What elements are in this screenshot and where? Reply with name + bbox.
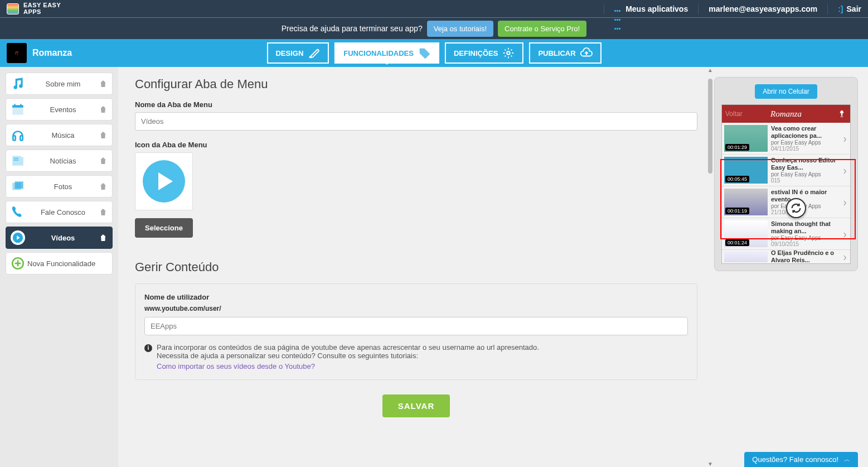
plus-circle-icon <box>11 256 25 271</box>
svg-rect-10 <box>15 181 23 189</box>
chevron-right-icon: › <box>843 196 848 209</box>
sidebar-item-musica[interactable]: Música <box>6 124 113 146</box>
video-title: Conheça nosso Editor Easy Eas... <box>771 157 840 171</box>
video-row[interactable]: 00:01:29 Vea como crear aplicaciones pa.… <box>722 123 850 155</box>
info-icon: i <box>144 344 152 352</box>
newspaper-icon <box>11 153 25 168</box>
phone-back-button[interactable]: Voltar <box>725 110 743 118</box>
phone-icon <box>11 205 25 219</box>
tab-name-input[interactable] <box>135 112 697 131</box>
trash-icon[interactable] <box>99 156 108 165</box>
youtube-import-link[interactable]: Como importar os seus vídeos desde o You… <box>157 362 315 370</box>
video-row[interactable]: 00:05:45 Conheça nosso Editor Easy Eas..… <box>722 155 850 186</box>
info-text-2: Necessita de ajuda a personalizar seu co… <box>157 352 539 360</box>
content-area: Configurar Aba de Menu Nome da Aba de Me… <box>118 67 714 467</box>
open-mobile-button[interactable]: Abrir no Celular <box>755 84 817 99</box>
video-title: O Eljas Prudêncio e o Alvaro Reis... <box>771 250 840 263</box>
video-duration: 00:01:24 <box>725 239 749 246</box>
chevron-right-icon: › <box>843 251 848 263</box>
user-email[interactable]: marlene@easyeasyapps.com <box>709 4 817 13</box>
sidebar-item-label: Fale Conosco <box>27 208 99 216</box>
save-button[interactable]: SALVAR <box>382 394 450 417</box>
youtube-url-prefix: www.youtube.com/user/ <box>144 305 688 312</box>
trash-icon[interactable] <box>99 131 108 139</box>
video-duration: 00:01:29 <box>725 144 749 151</box>
svg-rect-6 <box>21 157 23 166</box>
sidebar-new-button[interactable]: Nova Funcionalidade <box>6 252 113 275</box>
sidebar-item-eventos[interactable]: Eventos <box>6 98 113 121</box>
calendar-icon <box>11 102 25 117</box>
scrollbar-thumb[interactable] <box>708 79 712 174</box>
hire-pro-button[interactable]: Contrate o Serviço Pro! <box>498 21 586 37</box>
video-thumbnail: 00:01:19 <box>724 189 768 215</box>
tutorials-button[interactable]: Veja os tutoriais! <box>427 21 493 37</box>
help-bar: Precisa de ajuda para terminar seu app? … <box>0 18 868 39</box>
trash-icon[interactable] <box>99 233 108 242</box>
trash-icon[interactable] <box>99 79 108 88</box>
sidebar-new-label: Nova Funcionalidade <box>27 259 108 268</box>
tags-icon <box>418 47 430 59</box>
cloud-upload-icon <box>580 47 593 59</box>
refresh-icon <box>790 202 802 214</box>
svg-rect-2 <box>12 105 23 107</box>
video-row[interactable]: O Eljas Prudêncio e o Alvaro Reis... › <box>722 250 850 263</box>
video-row[interactable]: 00:01:19 estival IN é o maior evento... … <box>722 186 850 218</box>
my-apps-label: Meus aplicativos <box>625 4 688 13</box>
app-name: Romanza <box>32 48 72 58</box>
youtube-user-input[interactable] <box>144 317 688 335</box>
app-icon[interactable]: R <box>7 43 27 63</box>
video-author: por Easy Easy Apps <box>771 235 840 241</box>
logo-icon <box>7 3 19 15</box>
chevron-right-icon: › <box>843 228 848 240</box>
music-note-icon <box>11 76 25 91</box>
logout-link[interactable]: :] Sair <box>838 4 861 13</box>
trash-icon[interactable] <box>99 105 108 114</box>
headphones-icon <box>11 128 25 142</box>
tab-definicoes[interactable]: DEFINIÇÕES <box>445 42 523 64</box>
sidebar-item-videos[interactable]: Vídeos <box>6 227 113 249</box>
svg-point-0 <box>507 51 511 55</box>
sidebar-item-label: Fotos <box>27 182 99 191</box>
tab-publicar[interactable]: PUBLICAR <box>529 42 601 64</box>
select-icon-button[interactable]: Seleccione <box>135 218 193 238</box>
brand-line2: APPS <box>23 9 61 16</box>
phone-header: Voltar Romanza <box>722 105 850 123</box>
chevron-right-icon: › <box>843 132 848 145</box>
trash-icon[interactable] <box>99 208 108 216</box>
gear-icon <box>502 47 515 59</box>
video-author: por Easy Easy Apps <box>771 139 840 146</box>
sidebar-item-fotos[interactable]: Fotos <box>6 175 113 198</box>
sidebar-item-label: Sobre mim <box>27 80 99 88</box>
logout-label: Sair <box>847 4 861 13</box>
video-row[interactable]: 00:01:24 Simona thought that making an..… <box>722 218 850 250</box>
video-title: estival IN é o maior evento... <box>771 189 840 203</box>
chevron-right-icon: › <box>843 164 848 177</box>
tab-design[interactable]: DESIGN <box>266 42 329 64</box>
help-text: Precisa de ajuda para terminar seu app? <box>282 24 423 33</box>
video-duration: 00:01:19 <box>725 208 749 214</box>
refresh-button[interactable] <box>786 198 806 218</box>
chat-label: Questões? Fale connosco! <box>752 455 838 464</box>
lamp-icon <box>838 110 846 118</box>
chat-widget[interactable]: Questões? Fale connosco! ︿ <box>744 452 858 467</box>
icon-label: Icon da Aba de Menu <box>135 141 697 149</box>
video-duration: 00:05:45 <box>725 176 749 182</box>
play-circle-icon <box>11 230 25 245</box>
sidebar-item-noticias[interactable]: Notícias <box>6 150 113 172</box>
phone-preview-panel: Abrir no Celular Voltar Romanza 00:01:29… <box>714 77 858 271</box>
trash-icon[interactable] <box>99 182 108 191</box>
video-thumbnail: 00:01:29 <box>724 125 768 152</box>
phone-brand: Romanza <box>770 109 802 119</box>
sidebar-item-sobre-mim[interactable]: Sobre mim <box>6 73 113 95</box>
scrollbar[interactable]: ▲ ▼ <box>707 67 713 467</box>
svg-rect-5 <box>12 156 21 165</box>
brand-logo[interactable]: EASY EASY APPS <box>7 2 61 15</box>
sidebar: Sobre mim Eventos Música Notícias Fotos … <box>0 67 118 467</box>
youtube-panel: Nome de utilizador www.youtube.com/user/… <box>135 283 697 380</box>
grid-icon <box>614 5 622 13</box>
sidebar-item-fale-conosco[interactable]: Fale Conosco <box>6 201 113 223</box>
configure-section-title: Configurar Aba de Menu <box>135 77 697 92</box>
my-apps-link[interactable]: Meus aplicativos <box>614 4 688 13</box>
tab-funcionalidades[interactable]: FUNCIONALIDADES <box>334 42 439 64</box>
manage-section-title: Gerir Conteúdo <box>135 260 697 275</box>
